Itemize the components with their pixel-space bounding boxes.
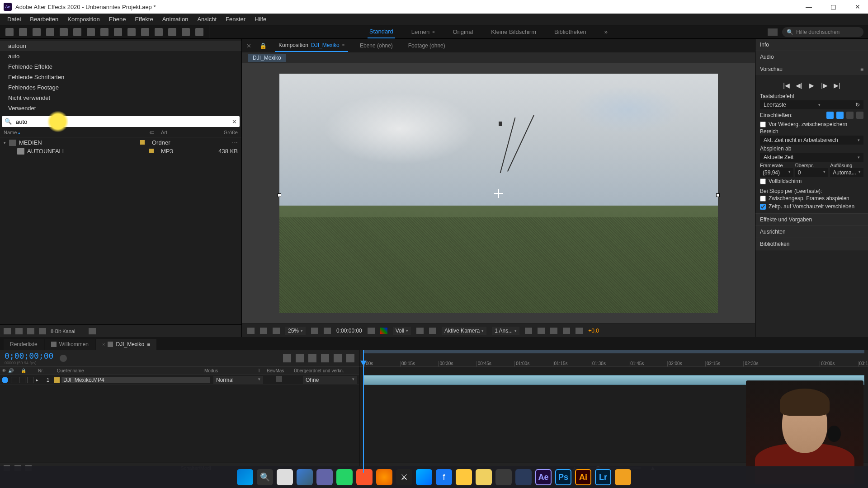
transform-handle[interactable] bbox=[716, 193, 720, 197]
taskbar-explorer-icon[interactable] bbox=[277, 469, 293, 485]
menu-animation[interactable]: Animation bbox=[158, 14, 193, 24]
layer-lock-toggle[interactable] bbox=[27, 377, 33, 383]
taskbar-teams-icon[interactable] bbox=[316, 469, 333, 485]
next-frame-button[interactable]: |▶ bbox=[821, 81, 829, 89]
include-video-icon[interactable] bbox=[826, 112, 834, 119]
parent-dropdown[interactable]: Ohne▾ bbox=[303, 376, 357, 384]
move-time-checkbox[interactable] bbox=[760, 204, 766, 210]
viewer-tab-ebene[interactable]: Ebene (ohne) bbox=[356, 40, 396, 52]
viewer-tab-footage[interactable]: Footage (ohne) bbox=[405, 40, 449, 52]
hand-tool-icon[interactable] bbox=[33, 28, 41, 36]
last-frame-button[interactable]: ▶| bbox=[833, 81, 841, 89]
col-art[interactable]: Art bbox=[161, 130, 206, 135]
clear-search-icon[interactable]: ✕ bbox=[231, 118, 238, 125]
graph-editor-icon[interactable] bbox=[346, 354, 354, 362]
roto-tool-icon[interactable] bbox=[182, 28, 190, 36]
col-name[interactable]: Name ▴ bbox=[4, 130, 149, 135]
menu-bearbeiten[interactable]: Bearbeiten bbox=[25, 14, 63, 24]
suggestion-item[interactable]: Nicht verwendet bbox=[0, 93, 241, 103]
motion-blur-icon[interactable] bbox=[334, 354, 342, 362]
workspace-bibliotheken[interactable]: Bibliotheken bbox=[552, 26, 588, 38]
first-frame-button[interactable]: |◀ bbox=[783, 81, 791, 89]
resolution-dropdown[interactable]: Voll▾ bbox=[393, 327, 411, 335]
timeline-layer-row[interactable]: ▸ 1 DJI_Mexiko.MP4 Normal▾ Ohne▾ bbox=[0, 375, 359, 385]
interpret-icon[interactable] bbox=[4, 328, 11, 334]
start-button[interactable] bbox=[237, 469, 253, 485]
region-icon[interactable] bbox=[416, 328, 424, 334]
time-ruler[interactable]: 00s 00:15s 00:30s 00:45s 01:00s 01:15s 0… bbox=[359, 350, 868, 367]
selection-tool-icon[interactable] bbox=[19, 28, 27, 36]
col-size[interactable]: Größe bbox=[206, 130, 238, 135]
viewer-canvas[interactable] bbox=[242, 63, 755, 324]
layer-solo-toggle[interactable] bbox=[19, 377, 25, 383]
puppet-tool-icon[interactable] bbox=[195, 28, 203, 36]
close-button[interactable]: ✕ bbox=[851, 3, 864, 10]
taskbar-folder-icon[interactable] bbox=[456, 469, 472, 485]
comp-mini-flowchart-icon[interactable] bbox=[283, 354, 291, 362]
taskbar-taskview-icon[interactable] bbox=[297, 469, 313, 485]
suggestion-item[interactable]: autoun bbox=[0, 41, 241, 51]
toggle-alpha-icon[interactable] bbox=[247, 328, 255, 334]
panel-info[interactable]: Info bbox=[755, 39, 868, 51]
shape-tool-icon[interactable] bbox=[100, 28, 108, 36]
include-overlays-icon[interactable] bbox=[846, 112, 854, 119]
taskbar-illustrator-icon[interactable]: Ai bbox=[575, 469, 591, 485]
playhead[interactable] bbox=[363, 350, 364, 473]
flowchart-icon[interactable] bbox=[563, 328, 570, 334]
menu-hilfe[interactable]: Hilfe bbox=[250, 14, 271, 24]
taskbar-steam-icon[interactable] bbox=[495, 469, 512, 485]
include-audio-icon[interactable] bbox=[836, 112, 844, 119]
shortcut-dropdown[interactable]: Leertaste▾↻ bbox=[760, 100, 863, 109]
viewer-timecode[interactable]: 0;00;00;00 bbox=[336, 328, 362, 334]
channel-icon[interactable] bbox=[380, 328, 387, 334]
suggestion-item[interactable]: Fehlende Effekte bbox=[0, 61, 241, 72]
reset-exposure-icon[interactable] bbox=[576, 328, 583, 334]
cache-checkbox[interactable] bbox=[760, 122, 766, 127]
snapshot-icon[interactable] bbox=[768, 28, 778, 36]
pen-tool-icon[interactable] bbox=[114, 28, 122, 36]
maximize-button[interactable]: ▢ bbox=[826, 3, 840, 10]
current-time[interactable]: 0;00;00;00 bbox=[5, 351, 53, 361]
menu-effekte[interactable]: Effekte bbox=[130, 14, 157, 24]
trash-icon[interactable] bbox=[89, 328, 96, 334]
layer-search-icon[interactable] bbox=[60, 355, 67, 362]
close-tab-icon[interactable]: × bbox=[102, 342, 105, 347]
camera-dropdown[interactable]: Aktive Kamera▾ bbox=[442, 327, 486, 335]
preview-resolution-dropdown[interactable]: Automa...▾ bbox=[830, 168, 863, 177]
suggestion-item[interactable]: Verwendet bbox=[0, 103, 241, 113]
blend-mode-dropdown[interactable]: Normal▾ bbox=[213, 376, 263, 384]
transform-handle[interactable] bbox=[278, 193, 281, 197]
taskbar-search-icon[interactable]: 🔍 bbox=[257, 469, 273, 485]
hide-shy-icon[interactable] bbox=[308, 354, 316, 362]
menu-ansicht[interactable]: Ansicht bbox=[193, 14, 221, 24]
menu-datei[interactable]: Datei bbox=[3, 14, 25, 24]
suggestion-item[interactable]: Fehlendes Footage bbox=[0, 82, 241, 93]
tab-menu-icon[interactable]: ≡ bbox=[147, 341, 150, 347]
project-file-row[interactable]: AUTOUNFALL MP3 438 KB bbox=[0, 147, 241, 155]
item-menu-icon[interactable]: ⋯ bbox=[229, 139, 238, 146]
text-tool-icon[interactable] bbox=[127, 28, 136, 36]
layer-name[interactable]: DJI_Mexiko.MP4 bbox=[61, 377, 210, 383]
taskbar-aftereffects-icon[interactable]: Ae bbox=[535, 469, 552, 485]
cached-frames-checkbox[interactable] bbox=[760, 196, 766, 202]
panel-libraries[interactable]: Bibliotheken bbox=[755, 238, 868, 250]
grid-icon[interactable] bbox=[311, 328, 318, 334]
layer-visibility-icon[interactable] bbox=[2, 377, 8, 383]
eraser-tool-icon[interactable] bbox=[168, 28, 176, 36]
playfrom-dropdown[interactable]: Aktuelle Zeit▾ bbox=[760, 153, 863, 162]
settings-icon[interactable] bbox=[39, 328, 46, 334]
minimize-button[interactable]: — bbox=[802, 3, 816, 10]
menu-ebene[interactable]: Ebene bbox=[104, 14, 131, 24]
views-dropdown[interactable]: 1 Ans...▾ bbox=[492, 327, 519, 335]
breadcrumb-comp[interactable]: DJI_Mexiko bbox=[248, 54, 286, 62]
suggestion-item[interactable]: auto bbox=[0, 51, 241, 61]
twirl-icon[interactable]: ▾ bbox=[4, 141, 9, 145]
menu-fenster[interactable]: Fenster bbox=[221, 14, 250, 24]
toggle-visibility-icon[interactable] bbox=[273, 328, 280, 334]
layer-twirl-icon[interactable]: ▸ bbox=[36, 378, 42, 382]
home-icon[interactable] bbox=[5, 28, 14, 36]
taskbar-firefox-icon[interactable] bbox=[376, 469, 392, 485]
new-folder-icon[interactable] bbox=[15, 328, 23, 334]
framerate-dropdown[interactable]: (59,94)▾ bbox=[760, 168, 793, 177]
col-tag[interactable]: 🏷 bbox=[149, 130, 161, 135]
